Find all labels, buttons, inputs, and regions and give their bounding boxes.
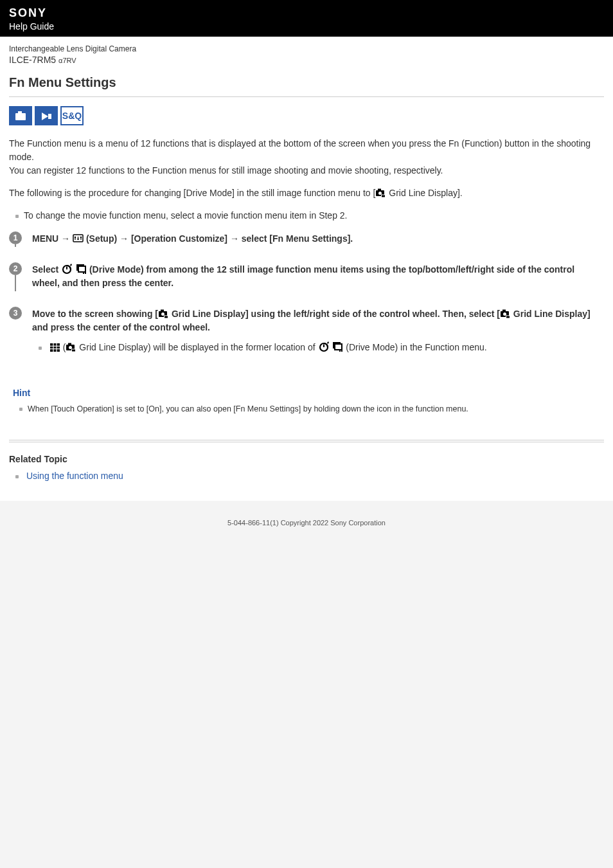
help-guide-label: Help Guide: [9, 21, 604, 32]
intro-paragraph: The Function menu is a menu of 12 functi…: [9, 137, 604, 177]
model-code: ILCE-7RM5: [9, 55, 56, 65]
steps-list: 1 MENU → (Setup) → [Operation Customize]…: [9, 231, 604, 371]
related-title: Related Topic: [9, 454, 604, 464]
stack-icon: [332, 341, 343, 352]
step-connector: [15, 275, 16, 291]
title-divider: [9, 96, 604, 97]
intro-line2: You can register 12 functions to the Fun…: [9, 165, 443, 176]
procedure-intro: The following is the procedure for chang…: [9, 186, 604, 200]
copyright-text: 5-044-866-11(1) Copyright 2022 Sony Corp…: [0, 519, 613, 527]
product-description: Interchangeable Lens Digital Camera: [9, 44, 604, 53]
cam-mini-icon: [500, 309, 511, 319]
content-region: Interchangeable Lens Digital Camera ILCE…: [0, 37, 613, 483]
related-item: Using the function menu: [15, 469, 604, 483]
timer-icon: [318, 341, 330, 352]
hint-list: When [Touch Operation] is set to [On], y…: [13, 403, 600, 415]
step-1-b: (Setup) → [Operation Customize] → select…: [84, 233, 353, 244]
section-divider: [9, 440, 604, 442]
proc-text-b: Grid Line Display].: [386, 188, 462, 198]
note-item: To change the movie function menu, selec…: [15, 209, 604, 222]
stack-icon: [75, 263, 87, 275]
cam-mini-icon: [158, 309, 169, 319]
step-2-text: Select (Drive Mode) from among the 12 st…: [32, 264, 574, 288]
step-3-subitem: ( Grid Line Display) will be displayed i…: [39, 341, 604, 354]
mode-icon-row: S&Q: [9, 106, 604, 125]
step-1-number: 1: [9, 231, 22, 244]
step-1: 1 MENU → (Setup) → [Operation Customize]…: [9, 231, 604, 262]
related-link[interactable]: Using the function menu: [26, 471, 123, 481]
header-bar: SONY Help Guide: [0, 0, 613, 37]
intro-line1: The Function menu is a menu of 12 functi…: [9, 138, 591, 162]
note-list: To change the movie function menu, selec…: [9, 209, 604, 222]
step-3-text: Move to the screen showing [ Grid Line D…: [32, 309, 591, 332]
step-2: 2 Select (Drive Mode) from among the 12 …: [9, 262, 604, 307]
step-2-number: 2: [9, 262, 22, 275]
cam-mini-icon: [66, 342, 76, 352]
still-mode-icon: [9, 106, 32, 125]
step-3: 3 Move to the screen showing [ Grid Line…: [9, 307, 604, 371]
sq-mode-icon: S&Q: [60, 106, 84, 125]
step-1-a: MENU →: [32, 233, 73, 244]
step-3-sublist: ( Grid Line Display) will be displayed i…: [32, 341, 604, 354]
step-2-b: (Drive Mode) from among the 12 still ima…: [32, 264, 574, 288]
movie-mode-icon: [35, 106, 58, 125]
timer-icon: [61, 263, 73, 275]
related-section: Related Topic Using the function menu: [9, 454, 604, 483]
product-model: ILCE-7RM5 α7RV: [9, 55, 604, 65]
step-3-sub-a: (: [60, 342, 66, 352]
step-3-sub-c: (Drive Mode) in the Function menu.: [343, 342, 486, 352]
grid-icon: [49, 343, 60, 352]
related-list: Using the function menu: [9, 469, 604, 483]
hint-item: When [Touch Operation] is set to [On], y…: [19, 403, 600, 415]
step-3-sub-b: Grid Line Display) will be displayed in …: [76, 342, 317, 352]
step-2-a: Select: [32, 264, 61, 275]
step-3-a: Move to the screen showing [: [32, 309, 158, 319]
footer: 5-044-866-11(1) Copyright 2022 Sony Corp…: [0, 501, 613, 868]
brand-logo: SONY: [9, 6, 604, 20]
setup-icon: [73, 233, 84, 244]
proc-text-a: The following is the procedure for chang…: [9, 188, 375, 198]
hint-box: Hint When [Touch Operation] is set to [O…: [9, 385, 604, 427]
page-title: Fn Menu Settings: [9, 75, 604, 90]
step-1-text: MENU → (Setup) → [Operation Customize] →…: [32, 233, 353, 244]
step-3-b: Grid Line Display] using the left/right …: [169, 309, 500, 319]
cam-mini-icon: [375, 188, 386, 198]
step-connector: [15, 244, 16, 247]
hint-title: Hint: [13, 388, 600, 398]
model-alpha: α7RV: [58, 57, 76, 64]
step-3-number: 3: [9, 307, 22, 320]
